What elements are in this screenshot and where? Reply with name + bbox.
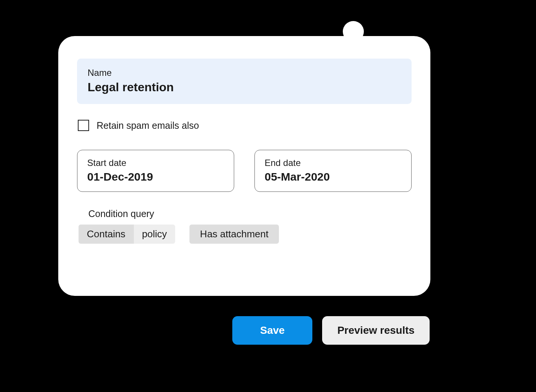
retention-form-card: Name Legal retention Retain spam emails … [58, 36, 430, 296]
chip-operator: Contains [79, 225, 134, 244]
end-date-field[interactable]: End date 05-Mar-2020 [254, 150, 412, 192]
preview-results-button[interactable]: Preview results [322, 316, 429, 345]
save-button[interactable]: Save [232, 316, 312, 345]
start-date-value: 01-Dec-2019 [87, 170, 224, 183]
retain-spam-checkbox[interactable] [78, 120, 89, 131]
condition-section: Condition query Contains policy Has atta… [79, 208, 412, 244]
condition-chip-contains[interactable]: Contains policy [79, 225, 175, 244]
start-date-label: Start date [87, 158, 224, 168]
start-date-field[interactable]: Start date 01-Dec-2019 [77, 150, 234, 192]
condition-chips-row: Contains policy Has attachment [79, 225, 412, 244]
name-field-value: Legal retention [88, 80, 401, 94]
end-date-value: 05-Mar-2020 [265, 170, 401, 183]
condition-chip-attachment[interactable]: Has attachment [189, 225, 279, 244]
end-date-label: End date [265, 158, 401, 168]
chip-value: policy [134, 225, 175, 244]
retain-spam-label: Retain spam emails also [97, 120, 199, 131]
action-button-row: Save Preview results [232, 316, 430, 345]
retain-spam-row: Retain spam emails also [78, 120, 412, 131]
date-row: Start date 01-Dec-2019 End date 05-Mar-2… [77, 150, 412, 192]
name-field[interactable]: Name Legal retention [77, 59, 412, 104]
condition-label: Condition query [88, 208, 412, 219]
name-field-label: Name [88, 68, 401, 78]
